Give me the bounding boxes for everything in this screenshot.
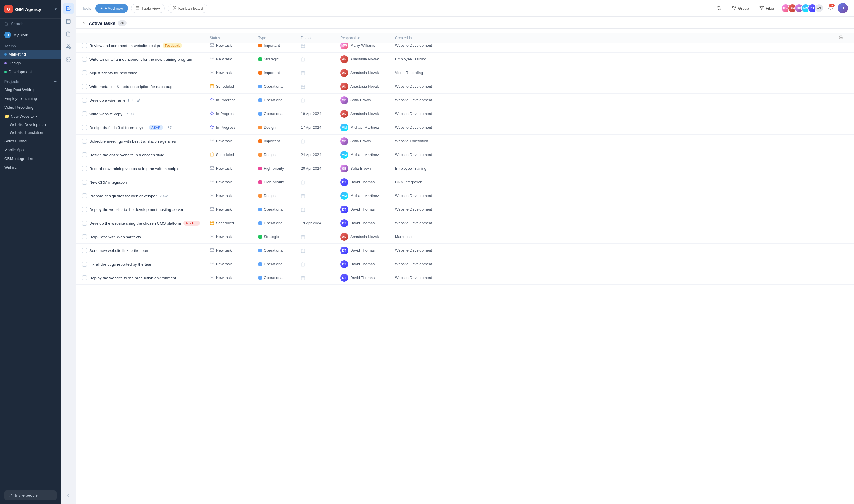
icon-bar-calendar[interactable] xyxy=(63,16,74,27)
table-row[interactable]: Write an email announcement for the new … xyxy=(76,53,854,66)
table-row[interactable]: Fix all the bugs reported by the team Ne… xyxy=(76,257,854,271)
sidebar-item-new-website[interactable]: 📁 New Website ▾ xyxy=(0,112,61,121)
status-icon xyxy=(210,193,214,199)
svg-point-15 xyxy=(717,6,720,10)
sidebar-item-web-trans[interactable]: Website Translation xyxy=(7,129,61,137)
search-button-toolbar[interactable] xyxy=(713,4,725,13)
svg-rect-26 xyxy=(301,58,305,61)
task-checkbox[interactable] xyxy=(82,70,87,75)
sidebar-item-mobile[interactable]: Mobile App xyxy=(0,145,61,154)
sidebar-item-sales[interactable]: Sales Funnel xyxy=(0,137,61,145)
design-label: Design xyxy=(8,61,21,65)
task-status-cell: New task xyxy=(210,43,258,48)
type-text: Operational xyxy=(264,85,283,89)
icon-bar-collapse[interactable] xyxy=(63,490,74,501)
task-checkbox[interactable] xyxy=(82,207,87,212)
task-status-cell: New task xyxy=(210,262,258,267)
my-work-button[interactable]: U My work xyxy=(0,29,61,41)
task-checkbox[interactable] xyxy=(82,262,87,267)
status-text: New task xyxy=(216,262,231,266)
task-checkbox[interactable] xyxy=(82,193,87,198)
avatar-extra[interactable]: +3 xyxy=(815,4,824,13)
icon-bar-docs[interactable] xyxy=(63,29,74,39)
task-checkbox[interactable] xyxy=(82,98,87,103)
task-checkbox[interactable] xyxy=(82,152,87,157)
task-due-cell xyxy=(301,139,340,144)
sidebar-item-development[interactable]: Development xyxy=(0,67,61,76)
task-name-cell: Design the entire website in a chosen st… xyxy=(82,152,210,157)
col-header-settings[interactable] xyxy=(839,35,848,40)
sidebar-item-crm[interactable]: CRM Integration xyxy=(0,154,61,163)
icon-bar-tasks[interactable] xyxy=(63,3,74,14)
table-row[interactable]: Schedule meetings with best translation … xyxy=(76,134,854,148)
task-checkbox[interactable] xyxy=(82,57,87,61)
type-dot xyxy=(258,235,262,239)
table-row[interactable]: Design the entire website in a chosen st… xyxy=(76,148,854,162)
invite-people-button[interactable]: Invite people xyxy=(4,490,56,500)
responsible-avatar: SB xyxy=(340,165,348,173)
task-checkbox[interactable] xyxy=(82,84,87,89)
table-row[interactable]: Design drafts in 3 different styles ASAP… xyxy=(76,121,854,134)
table-row[interactable]: Develop a wireframe 3 1 In Progress Oper… xyxy=(76,93,854,107)
table-row[interactable]: Develop the website using the chosen CMS… xyxy=(76,216,854,230)
section-toggle[interactable]: Active tasks 20 xyxy=(82,20,127,26)
group-button[interactable]: Group xyxy=(728,4,752,13)
responsible-name: David Thomas xyxy=(350,276,374,280)
add-label: + Add new xyxy=(105,6,123,11)
sidebar-item-webinar[interactable]: Webinar xyxy=(0,163,61,172)
notification-button[interactable]: 12 xyxy=(827,4,835,13)
task-checkbox[interactable] xyxy=(82,180,87,185)
table-row[interactable]: Adjust scripts for new video New task Im… xyxy=(76,66,854,80)
sidebar-item-marketing[interactable]: Marketing xyxy=(0,50,61,59)
task-created-cell: Website Development xyxy=(395,85,848,89)
table-row[interactable]: Prepare design files for web developer 0… xyxy=(76,189,854,203)
user-avatar[interactable]: U xyxy=(838,3,848,13)
svg-rect-72 xyxy=(210,221,213,225)
task-created-cell: Marketing xyxy=(395,235,848,239)
table-row[interactable]: Send new website link to the team New ta… xyxy=(76,244,854,257)
table-row[interactable]: Deploy the website to the production env… xyxy=(76,271,854,285)
icon-bar-users[interactable] xyxy=(63,41,74,52)
svg-rect-31 xyxy=(301,71,305,75)
task-checkbox[interactable] xyxy=(82,248,87,253)
add-new-button[interactable]: + + Add new xyxy=(95,4,128,13)
sidebar-item-video[interactable]: Video Recording xyxy=(0,103,61,112)
svg-rect-43 xyxy=(301,99,305,102)
webinar-label: Webinar xyxy=(4,165,19,170)
kanban-board-button[interactable]: Kanban board xyxy=(168,4,208,13)
task-status-cell: New task xyxy=(210,248,258,253)
responsible-avatar: MM xyxy=(340,151,348,159)
task-name: Prepare design files for web developer xyxy=(89,194,157,198)
sidebar-item-web-dev[interactable]: Website Development xyxy=(7,121,61,129)
task-checkbox[interactable] xyxy=(82,125,87,130)
projects-add-button[interactable]: + xyxy=(54,79,56,84)
type-dot xyxy=(258,167,262,170)
svg-rect-35 xyxy=(210,85,213,88)
task-responsible-cell: AN Anastasia Novak xyxy=(340,83,395,90)
table-row[interactable]: Deploy the website to the development ho… xyxy=(76,203,854,216)
teams-add-button[interactable]: + xyxy=(54,44,56,49)
sidebar-item-blog[interactable]: Blog Post Writing xyxy=(0,85,61,94)
table-row[interactable]: New CRM integration New task High priori… xyxy=(76,176,854,189)
type-dot xyxy=(258,180,262,184)
task-due-cell: 19 Apr 2024 xyxy=(301,221,340,225)
app-logo[interactable]: G GIM Agency ▾ xyxy=(0,0,61,19)
icon-bar-settings[interactable] xyxy=(63,54,74,65)
table-row[interactable]: Help Sofia with Webinar texts New task S… xyxy=(76,230,854,244)
task-checkbox[interactable] xyxy=(82,234,87,239)
task-checkbox[interactable] xyxy=(82,221,87,226)
table-row[interactable]: Write meta title & meta description for … xyxy=(76,80,854,93)
task-checkbox[interactable] xyxy=(82,275,87,280)
table-row[interactable]: Record new training videos using the wri… xyxy=(76,162,854,176)
sidebar-item-design[interactable]: Design xyxy=(0,59,61,67)
sidebar-item-employee[interactable]: Employee Training xyxy=(0,94,61,103)
table-row[interactable]: Write website copy 1/3 In Progress Opera… xyxy=(76,107,854,121)
filter-button[interactable]: Filter xyxy=(755,4,778,13)
table-view-button[interactable]: Table view xyxy=(131,4,165,13)
status-text: Scheduled xyxy=(216,153,234,157)
task-checkbox[interactable] xyxy=(82,111,87,116)
task-checkbox[interactable] xyxy=(82,166,87,171)
task-checkbox[interactable] xyxy=(82,43,87,48)
task-checkbox[interactable] xyxy=(82,139,87,144)
search-button[interactable]: Search... xyxy=(0,19,61,29)
